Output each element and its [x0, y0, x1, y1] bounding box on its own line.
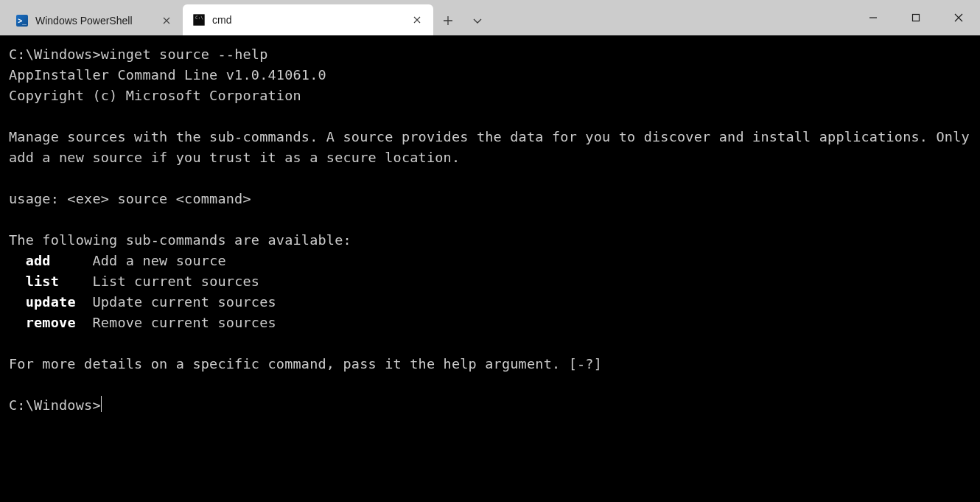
new-tab-button[interactable] [433, 6, 463, 35]
prompt: C:\Windows> [9, 46, 101, 62]
maximize-button[interactable] [895, 0, 937, 35]
subcommand-desc: List current sources [92, 273, 259, 289]
output-line: Copyright (c) Microsoft Corporation [9, 88, 301, 103]
cursor [101, 396, 102, 412]
tab-dropdown-button[interactable] [463, 6, 492, 35]
output-line: For more details on a specific command, … [9, 356, 602, 372]
subcommand-name: add [26, 253, 51, 268]
output-line: AppInstaller Command Line v1.0.41061.0 [9, 67, 326, 83]
minimize-button[interactable] [852, 0, 895, 35]
window-controls [852, 0, 980, 35]
subcommand-name: update [26, 294, 76, 310]
cmd-icon [193, 14, 205, 26]
close-icon[interactable] [158, 12, 175, 29]
output-line: The following sub-commands are available… [9, 232, 351, 248]
close-icon[interactable] [408, 11, 426, 29]
subcommand-desc: Add a new source [92, 253, 225, 268]
output-line: usage: <exe> source <command> [9, 191, 251, 206]
subcommand-desc: Update current sources [92, 294, 276, 310]
tab-strip: >_ Windows PowerShell cmd [0, 0, 492, 35]
subcommand-name: remove [26, 315, 76, 330]
close-window-button[interactable] [937, 0, 980, 35]
subcommand-desc: Remove current sources [92, 315, 276, 330]
terminal-output[interactable]: C:\Windows>winget source --help AppInsta… [0, 35, 980, 425]
entered-command: winget source --help [101, 46, 268, 62]
subcommand-name: list [26, 273, 59, 289]
tab-label: cmd [212, 14, 401, 26]
svg-rect-0 [913, 15, 920, 21]
tab-cmd[interactable]: cmd [183, 4, 433, 35]
prompt: C:\Windows> [9, 397, 101, 413]
tab-powershell[interactable]: >_ Windows PowerShell [6, 6, 183, 35]
tab-label: Windows PowerShell [35, 15, 150, 27]
title-bar: >_ Windows PowerShell cmd [0, 0, 980, 35]
output-line: Manage sources with the sub-commands. A … [9, 129, 978, 165]
powershell-icon: >_ [16, 15, 28, 27]
drag-region [492, 0, 852, 35]
